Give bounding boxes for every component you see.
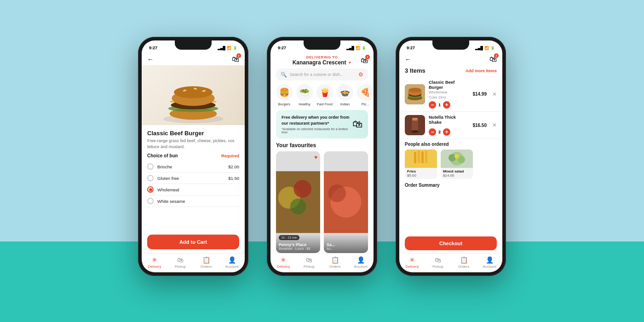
- cart-item-2: Nutella Thick Shake − 2 + $16.50 ✕: [399, 112, 502, 139]
- bun-option-wholemeal[interactable]: Wholemeal: [147, 184, 239, 196]
- nav-account-2[interactable]: 👤 Account: [348, 256, 374, 269]
- bun-label-sesame: White sesame: [157, 199, 185, 204]
- location-row[interactable]: Kananagra Crescent ▼: [293, 59, 352, 66]
- nav-orders-3[interactable]: 📋 Orders: [451, 256, 477, 269]
- fav-card-overlay-1: Penny's Place Breakfast · Lunch · $$: [276, 233, 320, 253]
- svg-rect-31: [425, 151, 427, 163]
- nav-delivery-3[interactable]: ✳ Delivery: [399, 256, 425, 269]
- phone2: 9:27 ▂▄█ 📶 🔋 DELIVERING TO Kananagra Cre…: [267, 37, 377, 276]
- account-icon-3: 👤: [486, 256, 494, 264]
- favorite-icon-1: ♥: [314, 154, 317, 161]
- people-also-section: People also ordered: [399, 139, 502, 181]
- filter-icon[interactable]: ⚙: [358, 71, 363, 78]
- delivery-icon-1: ✳: [152, 256, 157, 264]
- svg-rect-27: [405, 150, 437, 168]
- checkout-button[interactable]: Checkout: [405, 236, 497, 250]
- promo-sub: *Available on selected restaurants for a…: [282, 127, 352, 134]
- item-title: Classic Beef Burger: [147, 130, 239, 137]
- wifi-icon-2: 📶: [356, 46, 360, 50]
- nav-account-label-3: Account: [483, 264, 496, 269]
- nav-account-label-2: Account: [354, 264, 368, 269]
- bun-option-sesame[interactable]: White sesame: [147, 196, 239, 207]
- cart-button-2[interactable]: 🛍 3: [361, 57, 368, 65]
- search-bar[interactable]: 🔍 Search for a cuisine or dish... ⚙: [276, 69, 368, 80]
- nav-delivery-label-3: Delivery: [406, 264, 419, 269]
- back-button-3[interactable]: ←: [405, 56, 411, 63]
- nav-orders-1[interactable]: 📋 Orders: [193, 256, 219, 269]
- search-icon: 🔍: [281, 72, 287, 78]
- nav-account-3[interactable]: 👤 Account: [477, 256, 502, 269]
- cart-button-3[interactable]: 🛍 3: [489, 55, 497, 63]
- nav-pickup-1[interactable]: 🛍 Pickup: [167, 256, 193, 269]
- fries-img: [405, 150, 437, 168]
- cart-item-name-2: Nutella Thick Shake: [429, 115, 469, 125]
- nav-pickup-3[interactable]: 🛍 Pickup: [425, 256, 451, 269]
- suggest-name-salad: Mixed salad: [443, 169, 471, 173]
- fav-card-2[interactable]: Sa... As...: [324, 151, 368, 253]
- remove-item-1[interactable]: ✕: [492, 91, 497, 98]
- bun-label-gluten: Gluten free: [157, 176, 179, 181]
- category-label-healthy: Healthy: [299, 102, 310, 106]
- burger-cart-img: [405, 84, 425, 104]
- bun-label-wholemeal: Wholemeal: [157, 187, 179, 192]
- svg-point-36: [454, 154, 459, 159]
- p1-header: ← 🛍 2: [142, 53, 245, 65]
- nav-delivery-1[interactable]: ✳ Delivery: [142, 256, 167, 269]
- suggest-info-salad: Mixed salad $14.00: [441, 168, 473, 179]
- promo-banner: Free delivery when you order from our re…: [276, 110, 368, 138]
- category-emoji-burgers: 🍔: [276, 84, 293, 101]
- salad-img: [441, 150, 473, 168]
- item-desc: Free-range grass fed beef, cheese, pickl…: [147, 138, 239, 150]
- suggest-price-fries: $5.00: [407, 173, 435, 178]
- nav-delivery-label-2: Delivery: [277, 264, 290, 269]
- qty-plus-2[interactable]: +: [443, 128, 450, 136]
- suggest-salad[interactable]: Mixed salad $14.00: [441, 150, 473, 179]
- people-also-title: People also ordered: [405, 142, 497, 147]
- bun-option-brioche[interactable]: Brioche $2.00: [147, 161, 239, 172]
- nav-pickup-2[interactable]: 🛍 Pickup: [296, 256, 322, 269]
- qty-plus-1[interactable]: +: [443, 101, 450, 109]
- category-label-fastfood: Fast Food: [317, 102, 333, 106]
- cart-button-1[interactable]: 🛍 2: [232, 55, 239, 63]
- food-image-1: [142, 65, 245, 125]
- radio-sesame: [147, 198, 154, 204]
- category-healthy[interactable]: 🥗 Healthy: [296, 84, 313, 106]
- add-to-cart-button[interactable]: Add to Cart: [147, 235, 239, 249]
- search-placeholder: Search for a cuisine or dish...: [290, 72, 356, 77]
- bun-price-brioche: $2.00: [228, 164, 239, 169]
- fav-name-2: Sa...: [327, 242, 365, 247]
- nav-orders-label-3: Orders: [458, 264, 469, 269]
- fav-sub-2: As...: [327, 247, 365, 250]
- promo-title: Free delivery when you order from our re…: [282, 115, 352, 126]
- bun-option-gluten[interactable]: Gluten free $1.50: [147, 172, 239, 184]
- svg-point-22: [408, 88, 421, 92]
- categories-row: 🍔 Burgers 🥗 Healthy 🍟 Fast Food 🍲 Indian…: [270, 84, 374, 110]
- svg-rect-30: [421, 151, 424, 163]
- qty-minus-2[interactable]: −: [429, 128, 436, 136]
- add-more-link[interactable]: Add more items: [466, 69, 497, 73]
- cart-item-img-2: [405, 115, 425, 135]
- category-emoji-indian: 🍲: [337, 84, 353, 101]
- category-pizza[interactable]: 🍕 Piz...: [357, 84, 374, 106]
- fav-card-1[interactable]: 10 - 15 min Penny's Place Breakfast · Lu…: [276, 151, 320, 253]
- cart-item-controls-1: − 1 +: [429, 101, 469, 109]
- category-fastfood[interactable]: 🍟 Fast Food: [316, 84, 333, 106]
- nav-orders-2[interactable]: 📋 Orders: [322, 256, 348, 269]
- category-burgers[interactable]: 🍔 Burgers: [276, 84, 293, 106]
- required-badge: Required: [221, 154, 239, 158]
- suggest-info-fries: Fries $5.00: [405, 168, 437, 179]
- suggest-fries[interactable]: Fries $5.00: [405, 150, 437, 179]
- pickup-icon-2: 🛍: [306, 256, 312, 264]
- nav-orders-label-2: Orders: [329, 264, 340, 269]
- svg-rect-24: [412, 119, 418, 132]
- cart-item-img-1: [405, 84, 425, 104]
- remove-item-2[interactable]: ✕: [492, 122, 497, 128]
- suggest-name-fries: Fries: [407, 169, 435, 173]
- qty-minus-1[interactable]: −: [429, 101, 436, 109]
- nav-account-1[interactable]: 👤 Account: [219, 256, 245, 269]
- nav-delivery-2[interactable]: ✳ Delivery: [270, 256, 296, 269]
- suggest-price-salad: $14.00: [443, 173, 471, 178]
- category-emoji-healthy: 🥗: [296, 84, 313, 101]
- category-indian[interactable]: 🍲 Indian: [337, 84, 353, 106]
- back-button-1[interactable]: ←: [147, 56, 154, 63]
